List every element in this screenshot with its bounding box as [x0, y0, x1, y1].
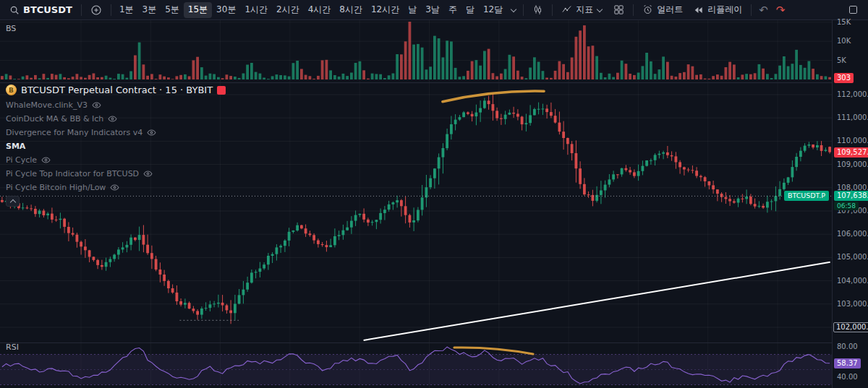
- legend-item[interactable]: CoinDuck MA & BB & Ich: [6, 113, 117, 124]
- legend-item[interactable]: Divergence for Many Indicators v4: [6, 127, 156, 138]
- indicators-label: 지표: [576, 4, 593, 16]
- grid-layout-icon: [613, 4, 624, 15]
- window-layout-button[interactable]: [843, 2, 864, 18]
- pane-separator[interactable]: [0, 82, 868, 83]
- top-toolbar: BTCUSDT 1분3분5분15분30분1시간2시간4시간8시간12시간날3날주…: [0, 0, 868, 20]
- indicators-icon: [561, 4, 572, 15]
- chart-region: BS B BTCUSDT Perpetual Contract · 15 · B…: [0, 20, 868, 388]
- pane-separator[interactable]: [0, 342, 868, 343]
- indicator-name: CoinDuck MA & BB & Ich: [6, 114, 103, 124]
- indicators-button[interactable]: 지표: [556, 2, 608, 18]
- legend-item[interactable]: Pi Cycle Bitcoin High/Low: [6, 182, 119, 193]
- visibility-eye-icon[interactable]: [147, 128, 156, 137]
- replay-label: 리플레이: [707, 4, 742, 16]
- indicator-name: Pi Cycle Top Indicator for BTCUSD: [6, 169, 139, 178]
- rsi-axis-tick: 80.00: [833, 342, 858, 352]
- legend-item[interactable]: Pi Cycle Top Indicator for BTCUSD: [6, 168, 153, 179]
- visibility-eye-icon[interactable]: [41, 155, 51, 165]
- chart-title-text: BTCUSDT Perpetual Contract · 15 · BYBIT: [21, 85, 213, 95]
- interval-주[interactable]: 주: [444, 2, 461, 18]
- rsi-value-badge: 58.37: [834, 358, 861, 368]
- interval-3분[interactable]: 3분: [138, 2, 161, 18]
- replay-button[interactable]: 리플레이: [689, 2, 747, 18]
- indicator-name: Pi Cycle: [6, 155, 37, 165]
- mark-price-badge: 107,638.7: [834, 191, 868, 201]
- orange-trendline-main: [443, 91, 544, 102]
- visibility-eye-icon[interactable]: [143, 169, 153, 178]
- interval-12시간[interactable]: 12시간: [367, 2, 404, 18]
- exchange-logo-icon: [217, 86, 226, 95]
- interval-1시간[interactable]: 1시간: [240, 2, 272, 18]
- interval-12달[interactable]: 12달: [479, 2, 507, 18]
- symbol-price-mark-label: BTCUSDT.P: [784, 191, 829, 201]
- last-price-badge: 109,527.0: [834, 147, 868, 158]
- toolbar-divider: [523, 4, 524, 16]
- candlestick-style-icon: [532, 4, 543, 15]
- window-square-icon: [848, 4, 859, 15]
- interval-15분[interactable]: 15분: [184, 2, 212, 18]
- interval-button-group: 1분3분5분15분30분1시간2시간4시간8시간12시간날3날주달12달: [115, 2, 507, 18]
- price-axis-tick: 112,000.0: [833, 90, 868, 100]
- alarm-clock-icon: [642, 4, 653, 15]
- indicator-name: Divergence for Many Indicators v4: [6, 128, 142, 137]
- interval-3날[interactable]: 3날: [421, 2, 444, 18]
- volume-axis-tick: 5K: [833, 56, 846, 66]
- interval-4시간[interactable]: 4시간: [304, 2, 336, 18]
- chevron-down-icon: [597, 7, 603, 12]
- chart-style-button[interactable]: [527, 2, 548, 18]
- chart-canvas[interactable]: [0, 20, 832, 388]
- toolbar-divider: [552, 4, 553, 16]
- chart-title: B BTCUSDT Perpetual Contract · 15 · BYBI…: [6, 85, 226, 95]
- interval-날[interactable]: 날: [404, 2, 421, 18]
- volume-last-value-badge: 303: [834, 73, 854, 83]
- toolbar-divider: [111, 4, 111, 16]
- volume-axis-tick: 15K: [833, 17, 851, 27]
- symbol-search-button[interactable]: BTCUSDT: [4, 2, 77, 18]
- price-level-label: 102,000.0: [833, 322, 868, 332]
- visibility-eye-icon[interactable]: [110, 183, 119, 192]
- interval-5분[interactable]: 5분: [161, 2, 184, 18]
- interval-달[interactable]: 달: [461, 2, 479, 18]
- rsi-pane-label[interactable]: RSI: [6, 342, 19, 352]
- legend-item[interactable]: WhaleMove.clink_V3: [6, 100, 101, 111]
- indicator-name: Pi Cycle Bitcoin High/Low: [6, 183, 106, 192]
- toolbar-divider: [633, 4, 634, 16]
- layout-grid-button[interactable]: [608, 2, 629, 18]
- undo-button[interactable]: ↶: [755, 2, 772, 18]
- interval-1분[interactable]: 1분: [115, 2, 138, 18]
- price-axis-tick: 103,000.0: [833, 299, 868, 309]
- compare-add-symbol-button[interactable]: [85, 2, 107, 18]
- interval-2시간[interactable]: 2시간: [272, 2, 304, 18]
- search-icon: [9, 5, 20, 15]
- legend-collapse-button[interactable]: [6, 196, 20, 207]
- legend-item[interactable]: Pi Cycle: [6, 155, 51, 165]
- toolbar-divider: [751, 4, 752, 16]
- trading-chart-app: BTCUSDT 1분3분5분15분30분1시간2시간4시간8시간12시간날3날주…: [0, 0, 868, 388]
- volume-axis-tick: 10K: [833, 36, 851, 46]
- interval-30분[interactable]: 30분: [212, 2, 240, 18]
- price-axis-tick: 105,000.0: [833, 252, 868, 262]
- rsi-axis-tick: 40.00: [833, 372, 858, 382]
- interval-dropdown-button[interactable]: [508, 2, 519, 18]
- price-axis-tick: 110,000.0: [833, 136, 868, 146]
- price-scale[interactable]: 15K10K5K303112,000.0111,000.0110,000.010…: [832, 20, 868, 388]
- volume-pane-label[interactable]: BS: [6, 24, 16, 33]
- alert-button[interactable]: 얼러트: [637, 2, 688, 18]
- orange-trendline-rsi: [454, 348, 533, 354]
- price-axis-tick: 111,000.0: [833, 113, 868, 123]
- redo-button[interactable]: ↷: [773, 2, 789, 18]
- price-axis-tick: 104,000.0: [833, 276, 868, 286]
- bar-close-countdown: 06:58: [834, 202, 859, 210]
- price-axis-tick: 109,000.0: [833, 160, 868, 170]
- bitcoin-coin-icon: B: [6, 85, 17, 95]
- plus-circle-icon: [90, 4, 102, 16]
- interval-8시간[interactable]: 8시간: [335, 2, 367, 18]
- indicator-name: WhaleMove.clink_V3: [6, 100, 88, 110]
- visibility-eye-icon[interactable]: [108, 114, 117, 124]
- visibility-eye-icon[interactable]: [92, 100, 101, 110]
- alert-label: 얼러트: [657, 4, 683, 16]
- indicator-name: SMA: [6, 142, 25, 151]
- chevron-down-icon: [511, 7, 516, 12]
- replay-rewind-icon: [694, 5, 704, 15]
- legend-item[interactable]: SMA: [6, 141, 25, 152]
